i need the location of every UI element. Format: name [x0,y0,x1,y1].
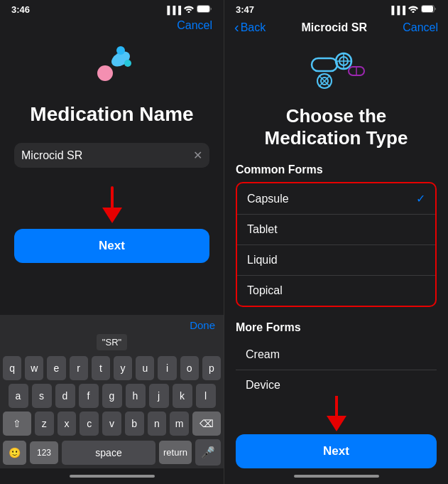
kbd-m[interactable]: m [170,412,189,436]
kbd-y[interactable]: y [114,356,132,380]
kbd-e[interactable]: e [47,356,65,380]
right-bottom: Next [224,390,448,468]
back-chevron-icon: ‹ [234,19,239,36]
kbd-space[interactable]: space [62,441,155,465]
svg-point-3 [97,65,113,81]
option-cream-text: Cream [246,348,280,360]
status-icons-left: ▐▐▐ [165,5,212,14]
kbd-a[interactable]: a [9,384,28,408]
kbd-suggestion[interactable]: "SR" [97,334,127,350]
kbd-shift[interactable]: ⇧ [3,412,31,436]
kbd-z[interactable]: z [35,412,54,436]
kbd-j[interactable]: j [149,384,169,408]
more-forms-label: More Forms [236,321,437,334]
kbd-p[interactable]: p [202,356,221,380]
kbd-t[interactable]: t [92,356,110,380]
kbd-w[interactable]: w [25,356,43,380]
nav-bar-right: ‹ Back Microcid SR Cancel [224,16,448,41]
kbd-delete[interactable]: ⌫ [192,412,221,436]
kbd-row-2: a s d f g h j k l [3,384,221,408]
kbd-i[interactable]: i [158,356,176,380]
svg-marker-22 [327,416,346,431]
signal-icon: ▐▐▐ [165,6,181,14]
option-topical[interactable]: Topical [237,276,435,306]
option-cream[interactable]: Cream [236,340,437,370]
kbd-c[interactable]: c [80,412,99,436]
time-right: 3:47 [236,4,254,15]
battery-icon [197,5,212,14]
next-button-right[interactable]: Next [236,434,437,468]
kbd-bottom-row: 🙂 123 space return 🎤 [3,439,221,466]
signal-icon-right: ▐▐▐ [389,6,405,14]
kbd-emoji[interactable]: 🙂 [3,441,26,465]
left-content: Medication Name ✕ Next [0,36,224,315]
time-left: 3:46 [11,4,30,15]
option-device-text: Device [246,379,280,390]
kbd-mic[interactable]: 🎤 [195,439,221,466]
option-capsule[interactable]: Capsule ✓ [237,183,435,215]
status-bar-right: 3:47 ▐▐▐ [224,0,448,16]
kbd-u[interactable]: u [136,356,154,380]
kbd-g[interactable]: g [102,384,122,408]
svg-marker-7 [102,208,122,223]
kbd-r[interactable]: r [70,356,88,380]
keyboard-left: Done "SR" q w e r t y u i o p a s d f g … [0,315,224,468]
kbd-return[interactable]: return [159,441,192,464]
medication-name-input[interactable] [21,149,193,162]
right-content: Choose the Medication Type Common Forms … [224,41,448,390]
back-button[interactable]: ‹ Back [234,19,266,36]
arrow-indicator-right [236,396,437,431]
option-device[interactable]: Device [236,370,437,390]
option-liquid[interactable]: Liquid [237,245,435,276]
wifi-icon-right [408,5,418,14]
svg-rect-10 [312,58,337,71]
option-tablet[interactable]: Tablet [237,215,435,245]
kbd-q[interactable]: q [3,356,21,380]
keyboard-done-button[interactable]: Done [190,319,215,331]
battery-icon-right [421,5,437,14]
wifi-icon [184,5,194,14]
kbd-row-1: q w e r t y u i o p [3,356,221,380]
medication-type-icon [236,45,437,95]
status-bar-left: 3:46 ▐▐▐ [0,0,224,16]
cancel-button-right[interactable]: Cancel [403,21,438,34]
kbd-h[interactable]: h [126,384,146,408]
option-capsule-text: Capsule [247,193,289,205]
page-title-right: Choose the Medication Type [236,105,437,149]
kbd-f[interactable]: f [79,384,99,408]
nav-bar-left: Cancel [0,16,224,36]
kbd-123[interactable]: 123 [30,441,58,464]
home-indicator-right [224,468,448,484]
nav-title-right: Microcid SR [301,21,366,34]
common-forms-list: Capsule ✓ Tablet Liquid Topical [236,182,437,307]
clear-icon[interactable]: ✕ [193,149,202,162]
kbd-x[interactable]: x [58,412,77,436]
svg-point-5 [124,60,131,67]
kbd-n[interactable]: n [148,412,167,436]
common-forms-label: Common Forms [236,163,437,176]
status-icons-right: ▐▐▐ [389,5,437,14]
cancel-button-left[interactable]: Cancel [177,19,212,32]
next-button-left[interactable]: Next [14,229,209,263]
kbd-d[interactable]: d [55,384,75,408]
kbd-k[interactable]: k [173,384,192,408]
kbd-b[interactable]: b [125,412,144,436]
option-liquid-text: Liquid [247,254,278,267]
kbd-v[interactable]: v [102,412,121,436]
page-title-left: Medication Name [30,103,193,126]
kbd-done-row: Done [3,319,221,334]
option-topical-text: Topical [247,284,283,297]
option-tablet-text: Tablet [247,223,278,236]
home-indicator-left [0,468,224,484]
kbd-s[interactable]: s [32,384,52,408]
search-input-wrap: ✕ [14,143,209,168]
phone-right: 3:47 ▐▐▐ ‹ Back Microcid SR Cancel [224,0,448,484]
more-forms-list: Cream Device [236,340,437,390]
kbd-l[interactable]: l [196,384,216,408]
option-capsule-check: ✓ [416,192,425,205]
svg-rect-1 [197,6,209,12]
kbd-o[interactable]: o [180,356,199,380]
medication-icon [84,43,141,93]
kbd-suggestions: "SR" [3,334,221,353]
svg-point-4 [116,46,125,55]
